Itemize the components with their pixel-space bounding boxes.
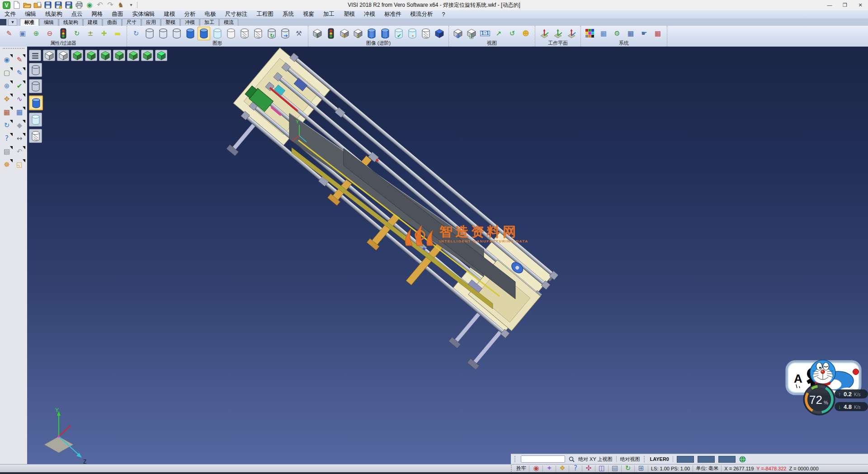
- shaded-cylinder-icon[interactable]: [184, 27, 197, 40]
- redraw-icon[interactable]: ↻: [130, 27, 142, 40]
- toolbar-grip[interactable]: [3, 48, 24, 52]
- menu-电极[interactable]: 电极: [200, 10, 221, 19]
- minimize-button[interactable]: —: [822, 0, 837, 10]
- color-swatch-1[interactable]: [677, 456, 694, 463]
- menu-工程图[interactable]: 工程图: [252, 10, 278, 19]
- navigation-wheel-icon[interactable]: ☸: [1, 159, 13, 171]
- tab-编辑[interactable]: 编辑: [39, 19, 58, 26]
- layer-list-icon[interactable]: ▤: [611, 465, 619, 472]
- display-shaded-icon[interactable]: [29, 95, 43, 110]
- zoom-extents-icon[interactable]: ⊕: [452, 27, 464, 40]
- system-tools-icon[interactable]: ⚙: [611, 27, 623, 40]
- shading-refresh-icon[interactable]: ↻: [338, 27, 351, 40]
- edit-attributes-icon[interactable]: ✎: [3, 27, 15, 40]
- display-translucent-icon[interactable]: [29, 113, 42, 127]
- display-wireframe-icon[interactable]: [29, 63, 42, 77]
- edit-spiral-icon[interactable]: ∿: [14, 93, 25, 105]
- striped-cylinder-icon[interactable]: [379, 27, 392, 40]
- wireframe-cylinder-icon[interactable]: [143, 27, 156, 40]
- tab-曲面[interactable]: 曲面: [103, 19, 122, 26]
- tab-尺寸[interactable]: 尺寸: [122, 19, 141, 26]
- menu-曲面[interactable]: 曲面: [108, 10, 128, 19]
- view-top-icon[interactable]: [57, 50, 69, 61]
- tab-应用[interactable]: 应用: [142, 19, 160, 26]
- maximize-button[interactable]: ❐: [837, 0, 853, 10]
- shading-edit-icon[interactable]: ✎: [311, 27, 324, 40]
- tab-dropdown-icon[interactable]: ▼: [8, 19, 17, 26]
- workplane-axes-icon[interactable]: [565, 27, 578, 40]
- dashed-cylinder-icon[interactable]: [170, 27, 183, 40]
- menu-?[interactable]: ?: [438, 10, 450, 19]
- units-readout[interactable]: 单位: 毫米: [696, 465, 718, 472]
- zoom-window-icon[interactable]: ▢: [1, 67, 13, 79]
- assistant-icon[interactable]: ♞: [116, 1, 125, 9]
- menu-尺寸标注[interactable]: 尺寸标注: [221, 10, 252, 19]
- menu-网格[interactable]: 网格: [87, 10, 108, 19]
- menu-点云[interactable]: 点云: [67, 10, 87, 19]
- view-shaded-icon[interactable]: [155, 50, 167, 61]
- undo-arrow-icon[interactable]: ↶: [14, 146, 25, 157]
- show-add-icon[interactable]: ⊕: [30, 27, 42, 40]
- verify-cylinder-icon[interactable]: ✔: [392, 27, 405, 40]
- menu-线架构[interactable]: 线架构: [41, 10, 67, 19]
- tab-模流[interactable]: 模流: [219, 19, 238, 26]
- remove-filter-icon[interactable]: ▬: [111, 27, 124, 40]
- attribute-pictures-icon[interactable]: ▣: [16, 27, 29, 40]
- shading-filter-icon[interactable]: [325, 27, 337, 40]
- layer-colors-icon[interactable]: ▦: [1, 106, 13, 118]
- visi-logo[interactable]: V: [2, 1, 11, 9]
- save-all-icon[interactable]: [64, 1, 73, 9]
- new-file-icon[interactable]: [12, 1, 21, 9]
- menu-文件[interactable]: 文件: [0, 10, 20, 19]
- tab-标准[interactable]: 标准: [20, 19, 39, 26]
- workplane-axes-icon[interactable]: ✥: [1, 93, 13, 105]
- view-iso2-icon[interactable]: [141, 50, 153, 61]
- ghost-cylinder-icon[interactable]: [225, 27, 237, 40]
- solid-view-cylinder-icon[interactable]: [365, 27, 378, 40]
- view-menu-icon[interactable]: [29, 50, 41, 61]
- table-settings-icon[interactable]: ▦: [624, 27, 637, 40]
- window-panes-icon[interactable]: ▦: [14, 106, 25, 118]
- view-iso-icon[interactable]: [43, 50, 55, 61]
- globe-icon[interactable]: [739, 456, 746, 463]
- grid-calc-icon[interactable]: ▦: [651, 27, 664, 40]
- menu-系统[interactable]: 系统: [278, 10, 298, 19]
- context-help-icon[interactable]: ?: [571, 465, 580, 472]
- delete-trash-icon[interactable]: ▤: [1, 146, 13, 157]
- print-icon[interactable]: [75, 1, 84, 9]
- help-question-icon[interactable]: ?: [1, 133, 13, 144]
- absolute-view-label[interactable]: 绝对视图: [620, 456, 640, 463]
- compass-snap-icon[interactable]: ✣: [585, 465, 593, 472]
- zoom-refresh-icon[interactable]: ◉: [1, 54, 13, 66]
- open-file-icon[interactable]: [23, 1, 32, 9]
- menu-模流分析[interactable]: 模流分析: [406, 10, 438, 19]
- quickbar-more-icon[interactable]: ▾: [127, 1, 136, 9]
- statusbar-grip[interactable]: [514, 456, 517, 462]
- tab-线架构[interactable]: 线架构: [59, 19, 83, 26]
- view-front-icon[interactable]: [71, 50, 83, 61]
- display-hatched-icon[interactable]: [29, 129, 42, 143]
- view-observer-icon[interactable]: ☻: [519, 27, 532, 40]
- hide-remove-icon[interactable]: ⊖: [43, 27, 56, 40]
- pan-view-icon[interactable]: ↗: [492, 27, 505, 40]
- copy-graphics-icon[interactable]: ➔: [279, 27, 292, 40]
- save-icon[interactable]: [43, 1, 52, 9]
- record-icon[interactable]: ◉: [532, 465, 540, 472]
- menu-编辑[interactable]: 编辑: [20, 10, 41, 19]
- search-icon[interactable]: [569, 456, 575, 462]
- menu-冲模[interactable]: 冲模: [359, 10, 380, 19]
- menu-视窗[interactable]: 视窗: [298, 10, 319, 19]
- transparent-cylinder-icon[interactable]: [420, 27, 432, 40]
- open-copy-icon[interactable]: [33, 1, 42, 9]
- view-right-icon[interactable]: [113, 50, 125, 61]
- menu-建模[interactable]: 建模: [160, 10, 180, 19]
- shading-toggle-icon[interactable]: ±: [352, 27, 364, 40]
- rotate-view-icon[interactable]: ↺: [506, 27, 519, 40]
- workplane-create-icon[interactable]: [538, 27, 551, 40]
- zoom-window-icon[interactable]: ▢: [465, 27, 478, 40]
- refresh-view-icon[interactable]: ↻: [1, 119, 13, 131]
- select-hand-icon[interactable]: ☛: [638, 27, 651, 40]
- view-mode-label[interactable]: 绝对 XY 上视图: [578, 456, 613, 463]
- lock-toggle[interactable]: 拴牢: [516, 465, 526, 472]
- regen-cylinder-icon[interactable]: ↻: [265, 27, 278, 40]
